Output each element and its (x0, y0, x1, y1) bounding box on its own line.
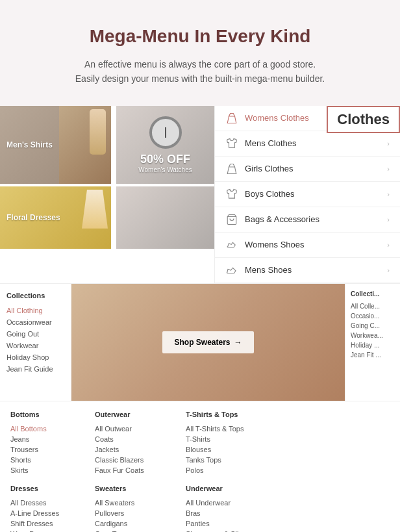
col-item-6: Jean Fit ... (351, 350, 395, 360)
boys-icon (225, 189, 238, 199)
mens-arrow: › (387, 140, 390, 147)
col-item-3: Going C... (351, 321, 395, 331)
col-panel-title: Collecti... (351, 290, 395, 298)
tshirts-col: T-Shirts & Tops All T-Shirts & Tops T-Sh… (186, 411, 264, 475)
shirt-icon (225, 138, 238, 149)
tanks-tops[interactable]: Tanks Tops (186, 455, 264, 465)
jackets[interactable]: Jackets (95, 444, 166, 455)
col-item-1: All Colle... (351, 301, 395, 311)
sub-menu-row: Collections All Clothing Occasionwear Go… (0, 283, 400, 401)
underwear-col: Underwear All Underwear Bras Panties Sha… (186, 485, 264, 532)
sweaters-col: Sweaters All Sweaters Pullovers Cardigan… (95, 485, 166, 532)
bottoms-col-title: Bottoms (10, 411, 75, 418)
all-dresses[interactable]: All Dresses (10, 498, 75, 508)
dress-icon (225, 113, 238, 123)
womens-shoes-label: Womens Shoes (245, 240, 305, 249)
outerwear-col: Outerwear All Outwear Coats Jackets Clas… (95, 411, 166, 475)
blouses[interactable]: Blouses (186, 444, 264, 455)
hero-subtitle: An effective menu is always the core par… (13, 57, 387, 86)
grid-top-row: Men's Shirts 50% OFF Women's Watches (0, 106, 214, 184)
grid-bottom-row: Floral Dresses (0, 184, 214, 249)
hero-section: Mega-Menu In Every Kind An effective men… (0, 0, 400, 106)
dresses-col-title: Dresses (10, 485, 75, 492)
bag-icon (225, 214, 238, 225)
right-collection-panel: Collecti... All Colle... Occasio... Goin… (345, 284, 400, 401)
all-sweaters[interactable]: All Sweaters (95, 498, 166, 508)
underwear-col-title: Underwear (186, 485, 264, 492)
shift-dresses[interactable]: Shift Dresses (10, 518, 75, 529)
womens-shoes-arrow: › (387, 241, 390, 249)
collections-panel: Collections All Clothing Occasionwear Go… (0, 284, 71, 401)
mens-clothes-label: Mens Clothes (245, 138, 296, 148)
mens-shirts-label: Men's Shirts (6, 140, 53, 149)
girls-icon (225, 164, 238, 174)
pullovers[interactable]: Pullovers (95, 508, 166, 518)
sweater-banner: Shop Sweaters → (71, 284, 345, 401)
floral-dresses-card[interactable]: Floral Dresses (0, 184, 114, 249)
coats[interactable]: Coats (95, 434, 166, 444)
mens-shoes-arrow: › (387, 266, 390, 274)
skirts[interactable]: Skirts (10, 465, 75, 475)
all-underwear[interactable]: All Underwear (186, 498, 264, 508)
crop-top[interactable]: Crop Top (95, 529, 166, 532)
collections-item-all[interactable]: All Clothing (6, 305, 64, 316)
shapewear[interactable]: Shapewear & Slips (186, 529, 264, 532)
bags-arrow: › (387, 216, 390, 223)
outerwear-col-title: Outerwear (95, 411, 166, 418)
bottoms-columns: Bottoms All Bottoms Jeans Trousers Short… (10, 411, 390, 475)
image-grid: Men's Shirts 50% OFF Women's Watches (0, 106, 214, 283)
col-item-5: Holiday ... (351, 340, 395, 350)
bags-label: Bags & Accessories (245, 214, 319, 224)
panties[interactable]: Panties (186, 518, 264, 529)
cardigans[interactable]: Cardigans (95, 518, 166, 529)
col-item-2: Occasio... (351, 311, 395, 321)
trousers[interactable]: Trousers (10, 444, 75, 455)
collections-item-workwear[interactable]: Workwear (6, 340, 64, 351)
aline-dresses[interactable]: A-Line Dresses (10, 508, 75, 518)
mens-shoe-icon (225, 265, 238, 275)
watches-promo-card[interactable]: 50% OFF Women's Watches (114, 106, 214, 184)
all-bottoms[interactable]: All Bottoms (10, 424, 75, 434)
collections-item-jean[interactable]: Jean Fit Guide (6, 363, 64, 375)
hero-title: Mega-Menu In Every Kind (13, 26, 387, 47)
girls-clothes-label: Girls Clothes (245, 164, 293, 173)
collections-item-going-out[interactable]: Going Out (6, 328, 64, 340)
watches-subtitle: Women's Watches (138, 166, 192, 173)
womens-shoe-icon (225, 240, 238, 250)
boys-arrow: › (387, 190, 390, 198)
collections-item-occasionwear[interactable]: Occasionwear (6, 316, 64, 328)
bras[interactable]: Bras (186, 508, 264, 518)
sweaters-col-title: Sweaters (95, 485, 166, 492)
all-tshirts[interactable]: All T-Shirts & Tops (186, 424, 264, 434)
bottoms-submenu: Bottoms All Bottoms Jeans Trousers Short… (0, 401, 400, 532)
menu-item-boys-clothes[interactable]: Boys Clothes › (215, 182, 400, 207)
menu-item-girls-clothes[interactable]: Girls Clothes › (215, 157, 400, 182)
tshirts-col-title: T-Shirts & Tops (186, 411, 264, 418)
menu-item-mens-shoes[interactable]: Mens Shoes › (215, 258, 400, 283)
shorts[interactable]: Shorts (10, 455, 75, 465)
mens-shoes-label: Mens Shoes (245, 265, 292, 275)
menu-demo: Men's Shirts 50% OFF Women's Watches (0, 106, 400, 532)
collections-item-holiday[interactable]: Holiday Shop (6, 351, 64, 363)
girls-arrow: › (387, 165, 390, 173)
watches-discount: 50% OFF (138, 153, 192, 166)
floral-label: Floral Dresses (6, 213, 60, 222)
col-item-4: Workwea... (351, 331, 395, 340)
dresses-columns: Dresses All Dresses A-Line Dresses Shift… (10, 485, 390, 532)
womens-clothes-label: Womens Clothes (245, 113, 309, 123)
clothes-highlight: Clothes (327, 106, 400, 133)
all-outwear[interactable]: All Outwear (95, 424, 166, 434)
tshirts[interactable]: T-Shirts (186, 434, 264, 444)
mens-shirts-card[interactable]: Men's Shirts (0, 106, 114, 184)
faux-fur-coats[interactable]: Faux Fur Coats (95, 465, 166, 475)
polos[interactable]: Polos (186, 465, 264, 475)
jeans[interactable]: Jeans (10, 434, 75, 444)
classic-blazers[interactable]: Classic Blazers (95, 455, 166, 465)
menu-item-bags[interactable]: Bags & Accessories › (215, 207, 400, 233)
menu-item-womens-shoes[interactable]: Womens Shoes › (215, 233, 400, 258)
shop-sweaters-button[interactable]: Shop Sweaters → (162, 331, 253, 353)
menu-item-mens-clothes[interactable]: Mens Clothes › (215, 131, 400, 157)
wrap-dresses[interactable]: Wrap Dresses (10, 529, 75, 532)
collections-title: Collections (6, 292, 64, 299)
dresses-col: Dresses All Dresses A-Line Dresses Shift… (10, 485, 75, 532)
